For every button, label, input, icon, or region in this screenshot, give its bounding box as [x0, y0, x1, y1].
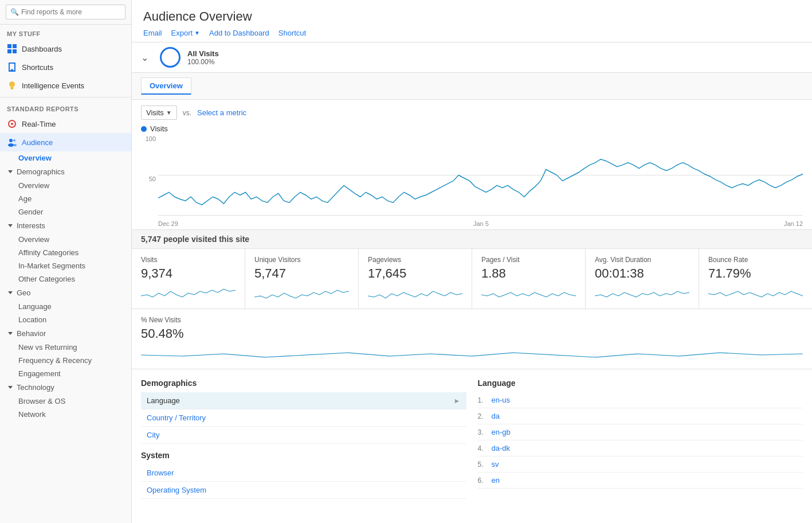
- tree-geo[interactable]: Geo: [0, 286, 131, 300]
- language-table: Language 1. en-us 2. da 3. en-gb 4. da-d…: [478, 378, 803, 499]
- tree-demo-age[interactable]: Age: [0, 192, 131, 205]
- lang-val-1[interactable]: en-us: [492, 396, 511, 404]
- tree-affinity-categories[interactable]: Affinity Categories: [0, 246, 131, 259]
- sidebar-item-intelligence[interactable]: Intelligence Events: [0, 76, 131, 95]
- lang-row-5: 5. sv: [478, 456, 803, 473]
- visits-legend-label: Visits: [150, 124, 168, 133]
- tree-demo-gender[interactable]: Gender: [0, 205, 131, 218]
- tree-behavior-engagement[interactable]: Engagement: [0, 367, 131, 380]
- tree-geo-location[interactable]: Location: [0, 313, 131, 326]
- behavior-label: Behavior: [17, 329, 46, 338]
- shortcut-button[interactable]: Shortcut: [278, 29, 306, 37]
- tree-geo-language[interactable]: Language: [0, 300, 131, 313]
- stat-nv-label: % New Visits: [141, 316, 803, 324]
- tree-inmarket-segments[interactable]: In-Market Segments: [0, 259, 131, 272]
- vs-label: vs.: [183, 109, 191, 117]
- metric-row: Visits ▼ vs. Select a metric: [132, 100, 812, 122]
- lang-num-3: 3.: [478, 428, 492, 436]
- lang-val-2[interactable]: da: [492, 412, 500, 420]
- svg-point-16: [13, 144, 17, 146]
- stat-visits: Visits 9,374: [132, 249, 245, 309]
- x-label-jan5: Jan 5: [473, 220, 489, 227]
- overview-tab[interactable]: Overview: [141, 77, 191, 95]
- lang-num-4: 4.: [478, 444, 492, 452]
- interests-label: Interests: [17, 221, 45, 230]
- segment-info: All Visits 100.00%: [187, 49, 219, 66]
- demo-row-country[interactable]: Country / Territory: [141, 409, 466, 427]
- stat-uv-label: Unique Visitors: [254, 256, 349, 264]
- lang-row-3: 3. en-gb: [478, 424, 803, 440]
- tree-behavior-frequency[interactable]: Frequency & Recency: [0, 354, 131, 367]
- tree-tech-browser-os[interactable]: Browser & OS: [0, 395, 131, 408]
- stat-br-label: Bounce Rate: [708, 256, 803, 264]
- stat-visits-label: Visits: [141, 256, 236, 264]
- svg-rect-2: [7, 49, 11, 53]
- svg-rect-1: [13, 44, 17, 48]
- demographics-label: Demographics: [17, 167, 65, 176]
- language-list: 1. en-us 2. da 3. en-gb 4. da-dk 5. sv: [478, 392, 803, 489]
- demo-row-city[interactable]: City: [141, 427, 466, 444]
- x-label-jan12: Jan 12: [784, 220, 803, 227]
- metric-dropdown[interactable]: Visits ▼: [141, 106, 177, 120]
- dropdown-arrow-icon: ▼: [166, 110, 172, 116]
- lang-val-4[interactable]: da-dk: [492, 444, 511, 452]
- segment-chevron[interactable]: ⌄: [141, 52, 148, 63]
- stat-pages-visit: Pages / Visit 1.88: [472, 249, 586, 309]
- tree-tech-network[interactable]: Network: [0, 408, 131, 421]
- stat-ppv-value: 1.88: [481, 266, 576, 281]
- lang-val-6[interactable]: en: [492, 476, 500, 485]
- tree-technology[interactable]: Technology: [0, 380, 131, 395]
- system-section-title: System: [141, 451, 466, 460]
- demo-language-label: Language: [147, 396, 180, 405]
- demographics-table: Demographics Language ► Country / Territ…: [141, 378, 466, 499]
- search-input[interactable]: [6, 5, 125, 19]
- export-label: Export: [171, 29, 193, 37]
- tree-other-categories[interactable]: Other Categories: [0, 272, 131, 286]
- add-to-dashboard-button[interactable]: Add to Dashboard: [209, 29, 269, 37]
- sidebar-item-shortcuts[interactable]: Shortcuts: [0, 58, 131, 76]
- lang-row-1: 1. en-us: [478, 392, 803, 408]
- demo-row-browser[interactable]: Browser: [141, 465, 466, 482]
- select-metric-link[interactable]: Select a metric: [197, 108, 246, 117]
- people-icon: [7, 137, 17, 147]
- svg-point-12: [11, 123, 13, 125]
- page-header: Audience Overview Email Export ▼ Add to …: [132, 0, 812, 42]
- demo-row-os[interactable]: Operating System: [141, 482, 466, 499]
- tree-overview[interactable]: Overview: [0, 151, 131, 165]
- grid-icon: [7, 44, 17, 54]
- stat-unique-visitors: Unique Visitors 5,747: [245, 249, 359, 309]
- demo-country-label: Country / Territory: [147, 413, 206, 422]
- svg-rect-6: [14, 63, 15, 72]
- sidebar-item-audience[interactable]: Audience: [0, 133, 131, 151]
- stat-ppv-sparkline: [481, 284, 576, 302]
- tree-behavior[interactable]: Behavior: [0, 326, 131, 341]
- stat-ppv-label: Pages / Visit: [481, 256, 576, 264]
- tree-behavior-new-returning[interactable]: New vs Returning: [0, 341, 131, 354]
- email-button[interactable]: Email: [143, 29, 162, 37]
- technology-label: Technology: [17, 383, 54, 392]
- stat-avg-duration: Avg. Visit Duration 00:01:38: [586, 249, 699, 309]
- tree-demo-overview[interactable]: Overview: [0, 179, 131, 192]
- lang-val-3[interactable]: en-gb: [492, 428, 511, 436]
- stat-nv-value: 50.48%: [141, 326, 803, 341]
- sidebar-item-dashboards[interactable]: Dashboards: [0, 40, 131, 58]
- tree-interests[interactable]: Interests: [0, 218, 131, 233]
- demographics-section-title: Demographics: [141, 378, 466, 388]
- svg-rect-10: [11, 88, 13, 89]
- stat-br-value: 71.79%: [708, 266, 803, 281]
- expand-icon: [8, 170, 13, 173]
- tree-interests-overview[interactable]: Overview: [0, 233, 131, 246]
- stats-header: 5,747 people visited this site: [132, 229, 812, 249]
- lang-val-5[interactable]: sv: [492, 460, 499, 469]
- intelligence-label: Intelligence Events: [22, 81, 84, 90]
- export-button[interactable]: Export ▼: [171, 29, 200, 37]
- shortcuts-label: Shortcuts: [22, 63, 53, 72]
- chart-container: Visits 100 50: [132, 122, 812, 227]
- demo-row-language[interactable]: Language ►: [141, 392, 466, 409]
- bookmark-icon: [7, 62, 17, 72]
- sidebar-item-realtime[interactable]: Real-Time: [0, 115, 131, 133]
- tree-demographics[interactable]: Demographics: [0, 165, 131, 179]
- lang-num-1: 1.: [478, 396, 492, 404]
- bottom-section: Demographics Language ► Country / Territ…: [132, 369, 812, 508]
- stat-nv-sparkline: [141, 345, 803, 362]
